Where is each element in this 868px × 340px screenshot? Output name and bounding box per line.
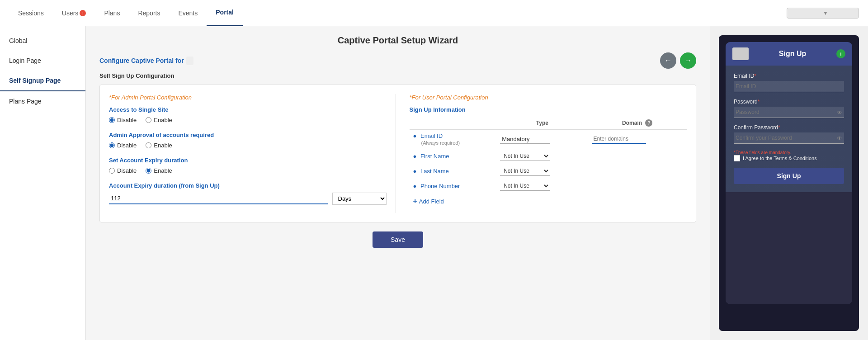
last-name-type-select[interactable]: Not In Use Mandatory Optional [500, 166, 550, 176]
preview-mandatory-note: *These fields are mandatory. [734, 150, 844, 155]
expiry-label: Set Account Expiry duration [109, 157, 387, 164]
domain-col-header: Domain ? [588, 117, 687, 130]
users-badge: ! [80, 10, 86, 16]
field-dot-icon: ● [413, 183, 417, 189]
preview-confirm-password-wrap: 👁 [734, 132, 844, 144]
sidebar-item-global[interactable]: Global [0, 31, 85, 51]
eye-icon: 👁 [837, 109, 842, 116]
preview-device-header: Sign Up i [726, 42, 852, 66]
field-dot-icon: ● [413, 168, 417, 175]
duration-row: Days Hours Minutes [109, 193, 387, 205]
access-to-single-site-group: Access to Single Site Disable Enable [109, 106, 387, 123]
approval-enable-option[interactable]: Enable [146, 142, 172, 149]
configure-title: Configure Captive Portal for [99, 57, 193, 64]
duration-unit-select[interactable]: Days Hours Minutes [332, 193, 387, 205]
preview-confirm-password-label: Confirm Password* [734, 124, 844, 131]
site-dropdown[interactable]: ▼ [787, 8, 859, 19]
plus-icon: + [413, 197, 417, 205]
field-dot-icon: ● [413, 132, 417, 139]
config-card: *For Admin Portal Configuration Access t… [99, 85, 696, 222]
admin-approval-group: Admin Approval of accounts required Disa… [109, 132, 387, 149]
preview-signup-button[interactable]: Sign Up [734, 168, 844, 184]
save-button[interactable]: Save [373, 231, 423, 248]
nav-plans[interactable]: Plans [95, 0, 129, 26]
access-enable-option[interactable]: Enable [146, 117, 172, 123]
sidebar: Global Login Page Self Signup Page Plans… [0, 26, 86, 340]
expiry-enable-option[interactable]: Enable [146, 167, 172, 174]
field-name-col-header [410, 117, 497, 130]
preview-confirm-password-input[interactable] [734, 132, 844, 144]
access-radio-group: Disable Enable [109, 117, 387, 123]
site-name [186, 57, 193, 65]
duration-input[interactable] [109, 193, 328, 204]
preview-terms-row: I Agree to the Terms & Conditions [734, 155, 844, 161]
nav-arrows: ← → [660, 52, 696, 69]
table-row: ● Email ID (Always required) Mandatory [410, 130, 687, 149]
admin-config-panel: *For Admin Portal Configuration Access t… [109, 94, 396, 213]
signup-info-label: Sign Up Information [410, 106, 687, 113]
add-field-row: + Add Field [410, 194, 687, 209]
expiry-disable-option[interactable]: Disable [109, 167, 137, 174]
preview-logo [732, 47, 749, 60]
main-layout: Global Login Page Self Signup Page Plans… [0, 26, 868, 340]
expiry-radio-group: Disable Enable [109, 167, 387, 174]
info-icon: i [836, 49, 845, 58]
preview-confirm-password-group: Confirm Password* 👁 [734, 124, 844, 144]
table-row: ● Last Name Not In Use Mandatory Optiona… [410, 164, 687, 179]
sidebar-item-self-signup-page[interactable]: Self Signup Page [0, 71, 85, 91]
access-disable-option[interactable]: Disable [109, 117, 137, 123]
admin-config-title: *For Admin Portal Configuration [109, 94, 387, 101]
table-row: ● Phone Number Not In Use Mandatory Opti… [410, 179, 687, 194]
field-dot-icon: ● [413, 153, 417, 160]
signup-fields-table: Type Domain ? ● Email ID [410, 117, 687, 194]
page-title: Captive Portal Setup Wizard [99, 35, 696, 46]
terms-checkbox[interactable] [734, 155, 740, 161]
phone-type-select[interactable]: Not In Use Mandatory Optional [500, 181, 550, 191]
table-row: ● First Name Not In Use Mandatory Option… [410, 149, 687, 164]
approval-radio-group: Disable Enable [109, 142, 387, 149]
expiry-duration-group: Set Account Expiry duration Disable Enab… [109, 157, 387, 174]
duration-label: Account Expiry duration (from Sign Up) [109, 182, 387, 189]
nav-reports[interactable]: Reports [129, 0, 169, 26]
preview-password-label: Password* [734, 99, 844, 105]
nav-sessions[interactable]: Sessions [9, 0, 53, 26]
preview-panel: Sign Up i Email ID* Password* [719, 35, 859, 331]
domain-help-icon: ? [645, 119, 652, 127]
back-button[interactable]: ← [660, 52, 676, 69]
add-field-button[interactable]: + Add Field [413, 197, 444, 205]
user-config-panel: *For User Portal Configuration Sign Up I… [405, 94, 687, 213]
main-content: Captive Portal Setup Wizard Configure Ca… [86, 26, 710, 340]
preview-email-label: Email ID* [734, 73, 844, 79]
section-label: Self Sign Up Configuration [99, 72, 696, 79]
preview-title: Sign Up [749, 50, 836, 58]
eye-icon-confirm: 👁 [837, 135, 842, 142]
nav-users[interactable]: Users ! [53, 0, 95, 26]
access-label: Access to Single Site [109, 106, 387, 113]
preview-device: Sign Up i Email ID* Password* [726, 42, 852, 304]
nav-portal[interactable]: Portal [207, 0, 243, 26]
dropdown-arrow-icon: ▼ [823, 10, 854, 16]
approval-label: Admin Approval of accounts required [109, 132, 387, 138]
configure-header: Configure Captive Portal for ← → [99, 52, 696, 69]
approval-disable-option[interactable]: Disable [109, 142, 137, 149]
sidebar-item-plans-page[interactable]: Plans Page [0, 91, 85, 111]
domain-input[interactable] [592, 135, 646, 144]
save-row: Save [99, 231, 696, 248]
top-navigation: Sessions Users ! Plans Reports Events Po… [0, 0, 868, 26]
preview-email-input[interactable] [734, 81, 844, 92]
user-config-title: *For User Portal Configuration [410, 94, 687, 101]
nav-events[interactable]: Events [169, 0, 207, 26]
preview-password-input[interactable] [734, 107, 844, 118]
sidebar-item-login-page[interactable]: Login Page [0, 51, 85, 71]
preview-password-group: Password* 👁 [734, 99, 844, 118]
preview-email-group: Email ID* [734, 73, 844, 92]
preview-title-area: Sign Up [749, 50, 836, 58]
duration-value-group: Account Expiry duration (from Sign Up) D… [109, 182, 387, 205]
preview-password-wrap: 👁 [734, 107, 844, 118]
type-col-header: Type [496, 117, 588, 130]
forward-button[interactable]: → [680, 52, 696, 69]
first-name-type-select[interactable]: Not In Use Mandatory Optional [500, 151, 550, 161]
